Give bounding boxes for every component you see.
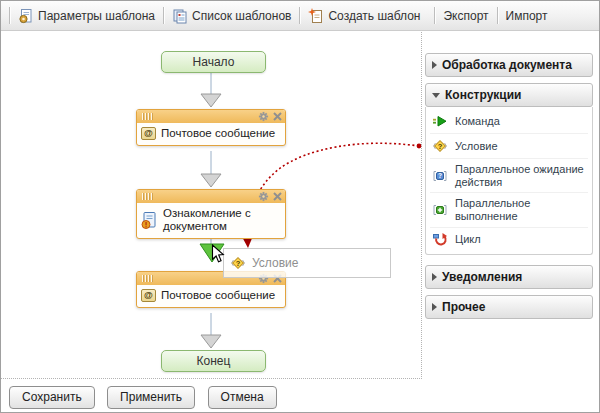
section-document-processing[interactable]: Обработка документа (425, 53, 593, 77)
loop-icon (432, 232, 448, 248)
apply-button[interactable]: Применить (107, 386, 195, 409)
chevron-down-icon (432, 93, 440, 98)
drag-grip-icon[interactable] (142, 113, 152, 120)
toolbar-button-label: Импорт (506, 9, 548, 23)
palette-item-label: Команда (455, 115, 500, 128)
condition-icon: ? (230, 255, 246, 271)
parallel-wait-icon: ? (432, 168, 448, 184)
section-notifications[interactable]: Уведомления (425, 265, 593, 289)
palette-item-parallel-wait[interactable]: ? Параллельное ожидание действия (430, 159, 588, 193)
footer-bar: Сохранить Применить Отмена (1, 380, 599, 412)
drag-ghost-label: Условие (252, 256, 298, 270)
activity-title: Ознакомление с документом (163, 207, 281, 233)
toolbar-separator (163, 7, 164, 24)
toolbar-button-label: Список шаблонов (192, 9, 291, 23)
palette-item-loop[interactable]: Цикл (430, 228, 588, 252)
activity-header[interactable] (137, 190, 285, 203)
flow-arrow-icon (201, 335, 221, 348)
chevron-right-icon (432, 61, 437, 69)
gear-icon[interactable] (258, 191, 269, 202)
section-title: Уведомления (442, 270, 522, 284)
palette-item-label: Параллельное выполнение (455, 197, 586, 222)
workflow-template-editor-window: Параметры шаблона Список шаблонов (0, 0, 600, 413)
condition-icon: ? (432, 138, 448, 154)
palette-item-condition[interactable]: ? Условие (430, 134, 588, 159)
template-create-button[interactable]: Создать шаблон (304, 5, 424, 27)
toolbar-button-label: Создать шаблон (328, 9, 420, 23)
toolbar-button-label: Экспорт (443, 9, 488, 23)
template-settings-button[interactable]: Параметры шаблона (14, 5, 159, 27)
toolbar-separator (299, 7, 300, 24)
template-list-button[interactable]: Список шаблонов (168, 5, 295, 27)
section-title: Прочее (442, 300, 485, 314)
section-title: Конструкции (445, 88, 521, 102)
mail-icon: @ (141, 289, 156, 302)
palette-item-label: Цикл (455, 233, 481, 246)
activity-node-mail-1[interactable]: @ Почтовое сообщение (136, 109, 286, 146)
flow-arrow-icon (201, 94, 221, 107)
save-button[interactable]: Сохранить (9, 386, 95, 409)
toolbar-separator (434, 7, 435, 24)
end-node[interactable]: Конец (161, 350, 266, 372)
chevron-right-icon (432, 303, 437, 311)
end-node-label: Конец (197, 354, 231, 368)
constructions-panel: Команда ? Условие (425, 107, 593, 255)
mail-icon: @ (141, 127, 156, 140)
parallel-execution-icon (432, 202, 448, 218)
template-list-icon (172, 8, 188, 24)
export-button[interactable]: Экспорт (439, 6, 492, 26)
activity-node-review[interactable]: Ознакомление с документом (136, 189, 286, 239)
workflow-canvas[interactable]: Начало @ Почтовое сообщение (1, 32, 422, 379)
toolbar: Параметры шаблона Список шаблонов (1, 1, 599, 31)
drag-grip-icon[interactable] (142, 193, 152, 200)
svg-text:?: ? (438, 142, 443, 151)
flow-arrow-icon (201, 174, 221, 187)
drag-ghost: ? Условие (223, 248, 391, 278)
palette-item-label: Параллельное ожидание действия (455, 163, 586, 188)
toolbar-separator (497, 7, 498, 24)
palette-item-label: Условие (455, 140, 498, 153)
toolbar-button-label: Параметры шаблона (38, 9, 155, 23)
drag-grip-icon[interactable] (142, 275, 152, 282)
document-alert-icon (141, 211, 158, 230)
close-icon[interactable] (273, 192, 282, 201)
close-icon[interactable] (273, 112, 282, 121)
start-node[interactable]: Начало (161, 51, 266, 73)
svg-text:?: ? (438, 172, 442, 179)
toolbar-separator (9, 7, 10, 24)
template-create-icon (308, 8, 324, 24)
command-icon (432, 113, 448, 129)
section-constructions[interactable]: Конструкции (425, 83, 593, 107)
svg-text:?: ? (236, 259, 241, 268)
gear-icon[interactable] (258, 111, 269, 122)
activity-title: Почтовое сообщение (161, 127, 275, 140)
activity-title: Почтовое сообщение (161, 289, 275, 302)
template-settings-icon (18, 8, 34, 24)
palette-item-command[interactable]: Команда (430, 109, 588, 134)
chevron-right-icon (432, 273, 437, 281)
palette-sidebar: Обработка документа Конструкции Команда (425, 53, 593, 319)
mouse-cursor-icon (211, 244, 225, 264)
import-button[interactable]: Импорт (502, 6, 552, 26)
start-node-label: Начало (193, 55, 235, 69)
cancel-button[interactable]: Отмена (208, 386, 277, 409)
section-title: Обработка документа (442, 58, 572, 72)
section-other[interactable]: Прочее (425, 295, 593, 319)
activity-header[interactable] (137, 110, 285, 123)
palette-item-parallel-execution[interactable]: Параллельное выполнение (430, 193, 588, 227)
